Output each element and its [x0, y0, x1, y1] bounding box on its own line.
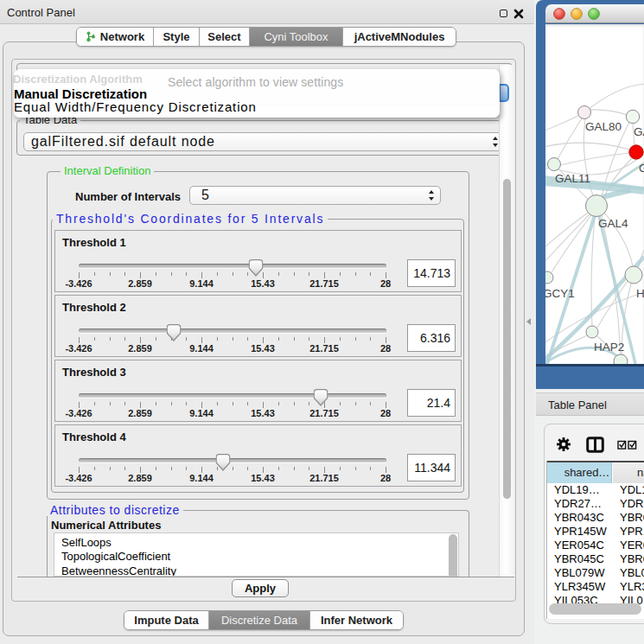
svg-text:GCY1: GCY1 [545, 287, 575, 300]
svg-text:GAL11: GAL11 [555, 172, 590, 185]
svg-text:GAL80: GAL80 [585, 120, 622, 133]
svg-text:GAL4: GAL4 [598, 217, 628, 230]
svg-text:HA: HA [636, 287, 644, 300]
svg-text:HAP2: HAP2 [594, 341, 624, 354]
svg-text:G: G [639, 162, 644, 175]
svg-text:GA: GA [634, 125, 644, 138]
